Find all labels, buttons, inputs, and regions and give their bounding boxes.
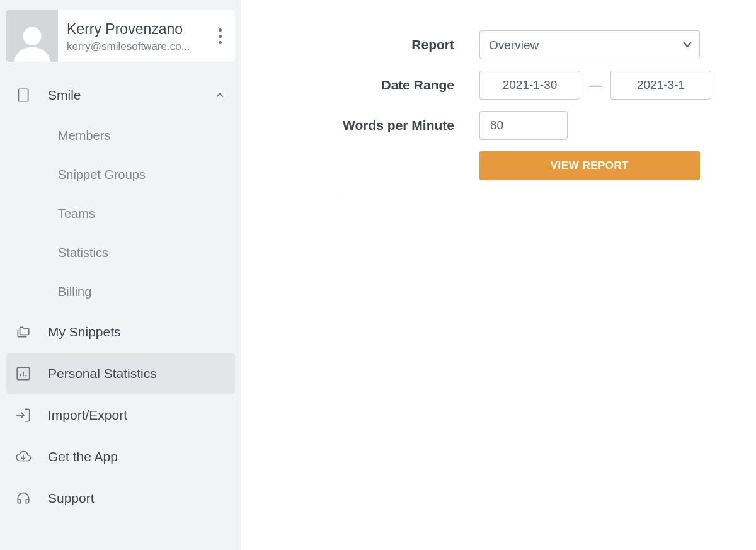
sidebar-item-label: Teams <box>58 207 95 221</box>
profile-text: Kerry Provenzano kerry@smilesoftware.co.… <box>58 13 235 59</box>
building-icon <box>15 87 48 103</box>
sidebar-subitem-snippet-groups[interactable]: Snippet Groups <box>6 155 235 194</box>
form-row-date-range: Date Range — <box>272 71 731 100</box>
cloud-download-icon <box>15 449 48 465</box>
sidebar-item-label: Billing <box>58 285 91 299</box>
sidebar-item-smile[interactable]: Smile <box>6 74 235 116</box>
svg-point-0 <box>23 27 41 45</box>
sidebar-subitem-billing[interactable]: Billing <box>6 272 235 311</box>
report-label: Report <box>272 37 479 52</box>
sidebar-item-label: Support <box>48 491 226 506</box>
folders-icon <box>15 324 48 340</box>
chevron-up-icon <box>214 89 226 101</box>
import-icon <box>15 407 48 423</box>
sidebar-item-label: Statistics <box>58 246 108 260</box>
sidebar-subitem-members[interactable]: Members <box>6 116 235 155</box>
form-row-submit: VIEW REPORT <box>272 151 731 180</box>
sidebar-subitem-teams[interactable]: Teams <box>6 194 235 233</box>
sidebar-item-get-the-app[interactable]: Get the App <box>6 436 235 478</box>
profile-menu-button[interactable] <box>212 23 227 49</box>
date-range-label: Date Range <box>272 77 479 93</box>
sidebar-item-import-export[interactable]: Import/Export <box>6 394 235 436</box>
view-report-button[interactable]: VIEW REPORT <box>479 151 700 180</box>
profile-name: Kerry Provenzano <box>67 21 229 38</box>
sidebar-item-label: Snippet Groups <box>58 168 146 182</box>
wpm-label: Words per Minute <box>272 118 479 133</box>
headphones-icon <box>15 490 48 507</box>
sidebar-item-label: Members <box>58 129 110 143</box>
sidebar-item-label: Get the App <box>48 449 226 464</box>
sidebar-item-support[interactable]: Support <box>6 478 235 519</box>
section-divider <box>335 197 731 197</box>
profile-card[interactable]: Kerry Provenzano kerry@smilesoftware.co.… <box>6 10 235 62</box>
date-from-input[interactable] <box>479 71 580 100</box>
sidebar: Kerry Provenzano kerry@smilesoftware.co.… <box>0 0 241 550</box>
date-range-separator: — <box>589 78 602 93</box>
sidebar-item-my-snippets[interactable]: My Snippets <box>6 311 235 353</box>
sidebar-nav: Smile Members Snippet Groups Teams Stati… <box>6 74 235 519</box>
sidebar-item-label: Personal Statistics <box>48 366 226 381</box>
avatar-icon <box>10 21 54 62</box>
sidebar-item-personal-statistics[interactable]: Personal Statistics <box>6 353 235 394</box>
sidebar-item-label: My Snippets <box>48 324 226 340</box>
sidebar-subitem-statistics[interactable]: Statistics <box>6 233 235 272</box>
chart-icon <box>15 365 48 382</box>
svg-rect-1 <box>18 89 28 101</box>
sidebar-item-label: Smile <box>48 88 214 103</box>
report-select[interactable]: Overview <box>479 30 700 59</box>
wpm-input[interactable] <box>479 111 568 140</box>
form-row-wpm: Words per Minute <box>272 111 731 140</box>
avatar <box>6 10 58 62</box>
form-row-report: Report Overview <box>272 30 731 59</box>
main-content: Report Overview Date Range — Words per M… <box>241 0 756 550</box>
profile-email: kerry@smilesoftware.co... <box>67 40 205 53</box>
report-form: Report Overview Date Range — Words per M… <box>272 30 731 180</box>
sidebar-item-label: Import/Export <box>48 408 226 423</box>
date-to-input[interactable] <box>610 71 711 100</box>
